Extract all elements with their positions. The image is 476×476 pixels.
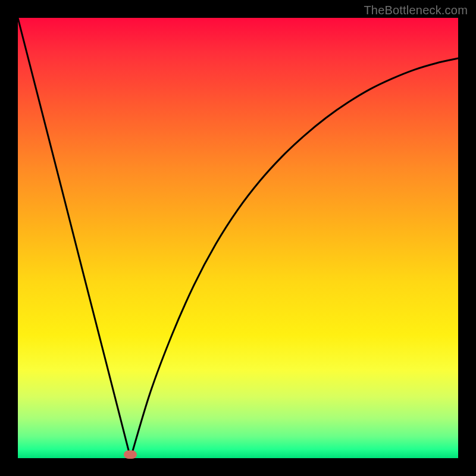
plot-area — [18, 18, 458, 458]
watermark-text: TheBottleneck.com — [364, 4, 468, 17]
bottleneck-curve — [18, 18, 458, 458]
curve-layer — [18, 18, 458, 458]
optimal-marker — [124, 450, 137, 459]
chart-frame: TheBottleneck.com — [0, 0, 476, 476]
